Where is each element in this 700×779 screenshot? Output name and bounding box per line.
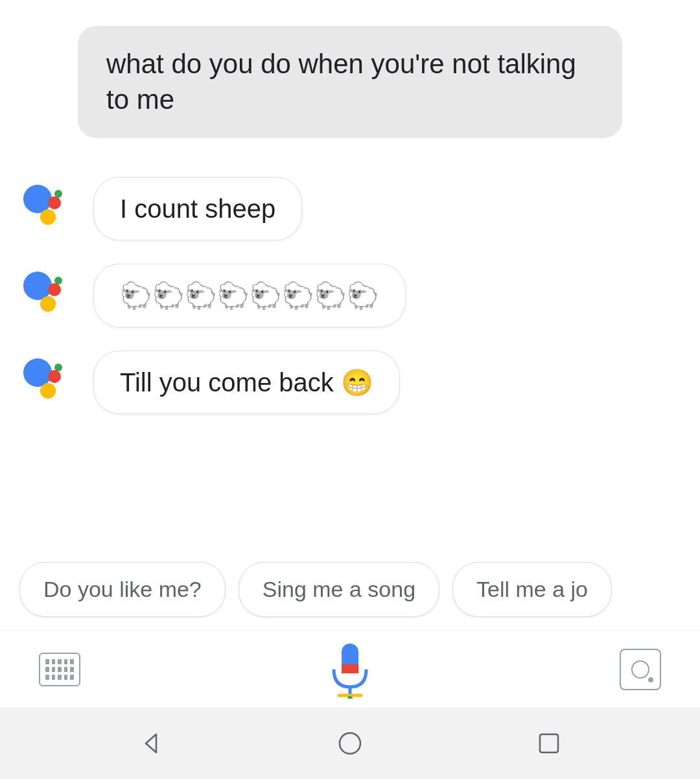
svg-point-3: [40, 209, 56, 225]
assistant-bubble-1: I count sheep: [93, 177, 302, 240]
lens-icon[interactable]: [620, 649, 661, 690]
svg-point-7: [40, 296, 56, 312]
assistant-bubble-2: 🐑🐑🐑🐑🐑🐑🐑🐑: [93, 264, 406, 327]
svg-rect-14: [342, 669, 358, 673]
assistant-avatar-2: [19, 266, 78, 325]
svg-point-2: [54, 190, 62, 198]
keyboard-icon[interactable]: [39, 653, 80, 686]
svg-point-4: [23, 272, 52, 300]
svg-rect-20: [540, 734, 558, 752]
back-button[interactable]: [130, 723, 172, 764]
assistant-row-2: 🐑🐑🐑🐑🐑🐑🐑🐑: [19, 264, 681, 327]
svg-point-9: [48, 370, 61, 383]
svg-point-11: [40, 383, 56, 399]
user-message-bubble: what do you do when you're not talking t…: [78, 26, 622, 138]
suggestion-chip-2[interactable]: Sing me a song: [239, 562, 439, 617]
svg-marker-18: [146, 734, 156, 752]
microphone-icon[interactable]: [327, 640, 373, 699]
svg-point-1: [48, 196, 61, 209]
svg-point-10: [54, 364, 62, 371]
assistant-bubble-3: Till you come back 😁: [93, 351, 400, 414]
assistant-avatar-3: [19, 353, 78, 412]
assistant-avatar-1: [19, 180, 78, 238]
navigation-bar: [0, 708, 700, 779]
svg-point-6: [54, 277, 62, 285]
mic-bar: [0, 630, 700, 708]
assistant-row-1: I count sheep: [19, 177, 681, 240]
recents-button[interactable]: [528, 723, 570, 764]
svg-point-8: [23, 358, 52, 387]
suggestion-chip-1[interactable]: Do you like me?: [19, 562, 226, 617]
suggestion-chip-3[interactable]: Tell me a jo: [452, 562, 612, 617]
assistant-row-3: Till you come back 😁: [19, 351, 681, 414]
svg-point-0: [23, 185, 52, 213]
suggestions-row: Do you like me? Sing me a song Tell me a…: [0, 549, 700, 630]
svg-point-5: [48, 283, 61, 296]
home-button[interactable]: [329, 723, 371, 764]
svg-point-19: [340, 733, 360, 754]
